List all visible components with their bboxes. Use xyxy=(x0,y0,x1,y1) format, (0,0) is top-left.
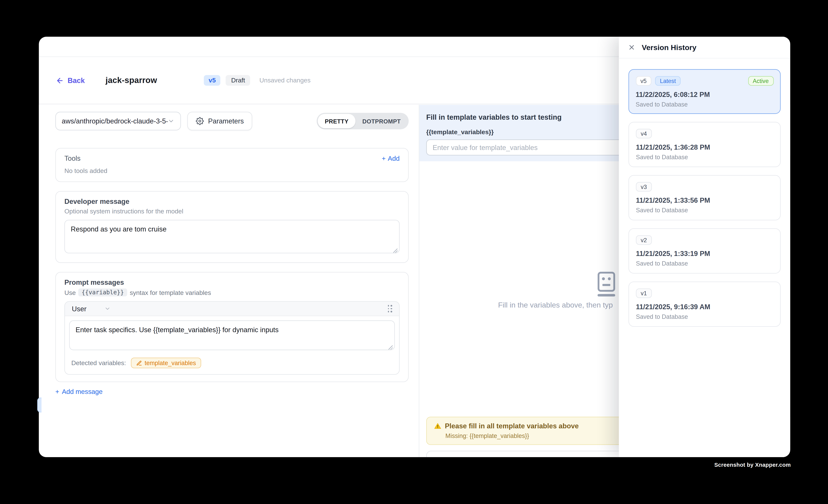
chevron-down-icon xyxy=(105,305,111,312)
editor-toolbar: aws/anthropic/bedrock-claude-3-5-s... Pa… xyxy=(55,112,409,130)
parameters-button[interactable]: Parameters xyxy=(187,112,252,130)
back-label: Back xyxy=(68,76,85,84)
chevron-down-icon xyxy=(168,118,175,125)
message-header: User xyxy=(65,302,399,316)
left-edge-tab[interactable] xyxy=(37,397,42,412)
add-message-label: Add message xyxy=(62,388,102,395)
version-number-badge: v3 xyxy=(636,182,652,192)
version-number-badge: v4 xyxy=(636,129,652,138)
tools-card: Tools + Add No tools added xyxy=(55,148,409,182)
screenshot-stage: Back jack-sparrow v5 Draft Unsaved chang… xyxy=(0,0,828,504)
version-badges-row: v2 xyxy=(636,235,773,245)
watermark-text: Screenshot by Xnapper.com xyxy=(714,461,791,468)
version-timestamp: 11/21/2025, 9:16:39 AM xyxy=(636,303,773,311)
drag-handle-icon[interactable] xyxy=(388,305,392,312)
version-card-v1[interactable]: v1 11/21/2025, 9:16:39 AM Saved to Datab… xyxy=(628,282,781,327)
version-number-badge: v5 xyxy=(636,76,652,85)
role-selector[interactable]: User xyxy=(72,305,111,312)
version-history-title: Version History xyxy=(642,43,696,51)
prompt-messages-title: Prompt messages xyxy=(65,278,400,286)
prompt-editor-pane: aws/anthropic/bedrock-claude-3-5-s... Pa… xyxy=(39,105,419,457)
prompt-messages-card: Prompt messages Use {{variable}} syntax … xyxy=(55,272,409,382)
version-timestamp: 11/21/2025, 1:33:56 PM xyxy=(636,196,773,204)
template-variable-chip[interactable]: template_variables xyxy=(131,358,201,368)
gear-icon xyxy=(196,117,204,125)
version-timestamp: 11/21/2025, 1:36:28 PM xyxy=(636,143,773,151)
back-button[interactable]: Back xyxy=(56,76,85,84)
version-card-v3[interactable]: v3 11/21/2025, 1:33:56 PM Saved to Datab… xyxy=(628,175,781,220)
version-list: v5 Latest Active 11/22/2025, 6:08:12 PM … xyxy=(619,58,790,337)
message-body: Enter task specifics. Use {{template_var… xyxy=(65,316,399,356)
hint-prefix: Use xyxy=(65,289,76,296)
version-badge: v5 xyxy=(204,75,220,86)
version-badges-row: v3 xyxy=(636,182,773,192)
version-card-v2[interactable]: v2 11/21/2025, 1:33:19 PM Saved to Datab… xyxy=(628,228,781,274)
pencil-icon xyxy=(136,360,142,366)
tools-header: Tools + Add xyxy=(65,154,400,162)
version-timestamp: 11/21/2025, 1:33:19 PM xyxy=(636,250,773,257)
version-saved-text: Saved to Database xyxy=(636,313,773,320)
detected-variables-row: Detected variables: template_variables xyxy=(65,356,399,374)
model-selector-value: aws/anthropic/bedrock-claude-3-5-s... xyxy=(62,117,168,125)
latest-badge: Latest xyxy=(655,76,681,85)
parameters-label: Parameters xyxy=(208,117,244,125)
version-card-v5[interactable]: v5 Latest Active 11/22/2025, 6:08:12 PM … xyxy=(628,69,781,114)
version-card-v4[interactable]: v4 11/21/2025, 1:36:28 PM Saved to Datab… xyxy=(628,122,781,167)
close-icon[interactable] xyxy=(628,44,635,51)
resize-handle-icon[interactable] xyxy=(393,249,398,253)
tools-empty-text: No tools added xyxy=(65,167,400,175)
add-tool-label: Add xyxy=(388,155,400,162)
message-input[interactable]: Enter task specifics. Use {{template_var… xyxy=(69,320,395,350)
model-selector[interactable]: aws/anthropic/bedrock-claude-3-5-s... xyxy=(55,112,181,130)
app-window: Back jack-sparrow v5 Draft Unsaved chang… xyxy=(39,37,790,457)
version-number-badge: v1 xyxy=(636,289,652,298)
toggle-dotprompt[interactable]: DOTPROMPT xyxy=(356,114,408,128)
version-saved-text: Saved to Database xyxy=(636,260,773,267)
version-timestamp: 11/22/2025, 6:08:12 PM xyxy=(636,90,774,98)
page-title: jack-sparrow xyxy=(106,76,157,85)
warning-triangle-icon xyxy=(434,422,441,429)
arrow-left-icon xyxy=(56,76,64,84)
empty-state-text: Fill in the variables above, then typ xyxy=(498,301,613,309)
version-history-header: Version History xyxy=(619,37,790,58)
variable-syntax-chip: {{variable}} xyxy=(79,289,127,296)
version-badges-row: v5 Latest Active xyxy=(636,76,774,85)
plus-icon: + xyxy=(55,388,59,395)
add-tool-button[interactable]: + Add xyxy=(382,155,400,162)
toggle-pretty[interactable]: PRETTY xyxy=(318,114,356,128)
template-variable-name: template_variables xyxy=(144,360,196,366)
version-saved-text: Saved to Database xyxy=(636,154,773,160)
version-saved-text: Saved to Database xyxy=(636,207,773,213)
format-toggle: PRETTY DOTPROMPT xyxy=(317,113,409,129)
resize-handle-icon[interactable] xyxy=(388,345,393,350)
header-badges: v5 Draft Unsaved changes xyxy=(204,75,310,86)
version-badges-row: v1 xyxy=(636,289,773,298)
hint-suffix: syntax for template variables xyxy=(130,289,211,296)
plus-icon: + xyxy=(382,155,386,162)
version-history-panel: Version History v5 Latest Active 11/22/2… xyxy=(619,37,790,457)
add-message-button[interactable]: + Add message xyxy=(55,388,419,395)
version-badges-row: v4 xyxy=(636,129,773,138)
tools-title: Tools xyxy=(65,154,81,162)
developer-message-subtitle: Optional system instructions for the mod… xyxy=(65,208,400,215)
warning-title: Please fill in all template variables ab… xyxy=(445,422,579,430)
active-badge: Active xyxy=(748,76,774,85)
prompt-messages-hint: Use {{variable}} syntax for template var… xyxy=(65,289,400,296)
version-saved-text: Saved to Database xyxy=(636,101,774,107)
developer-message-card: Developer message Optional system instru… xyxy=(55,191,409,263)
developer-message-input[interactable]: Respond as you are tom cruise xyxy=(65,220,400,253)
message-block: User Enter task specifics. Use {{templat… xyxy=(65,301,400,375)
detected-variables-label: Detected variables: xyxy=(71,359,126,367)
role-value: User xyxy=(72,305,87,312)
unsaved-changes-status: Unsaved changes xyxy=(259,77,311,84)
developer-message-title: Developer message xyxy=(65,198,400,205)
robot-face-icon xyxy=(596,271,616,299)
version-number-badge: v2 xyxy=(636,235,652,245)
draft-badge: Draft xyxy=(226,75,250,86)
